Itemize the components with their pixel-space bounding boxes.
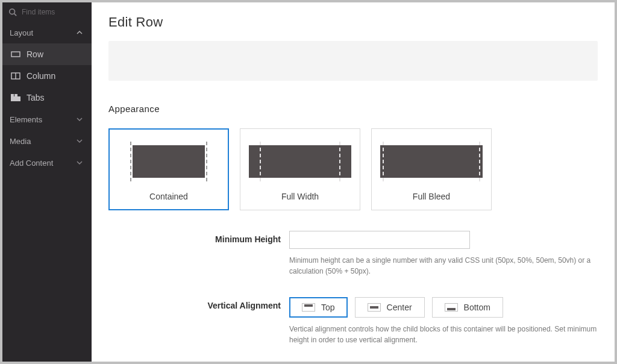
valign-top-button[interactable]: Top	[289, 297, 348, 318]
appearance-preview	[380, 140, 483, 183]
appearance-preview	[249, 140, 351, 183]
min-height-help: Minimum height can be a single number wi…	[289, 255, 598, 277]
svg-point-0	[10, 9, 15, 14]
valign-option-label: Bottom	[464, 303, 490, 312]
valign-option-label: Center	[387, 303, 412, 312]
appearance-card-label: Full Bleed	[413, 192, 450, 201]
align-top-icon	[302, 303, 315, 312]
main-panel: Edit Row Appearance Contained	[92, 2, 615, 362]
appearance-preview	[117, 140, 220, 183]
sidebar-group-label: Elements	[10, 115, 42, 124]
align-center-icon	[368, 303, 381, 312]
sidebar-item-row[interactable]: Row	[2, 43, 92, 65]
svg-rect-2	[11, 52, 20, 57]
valign-help: Vertical alignment controls how the chil…	[289, 324, 598, 345]
valign-option-label: Top	[321, 303, 335, 312]
svg-line-1	[14, 14, 17, 16]
sidebar-group-layout[interactable]: Layout	[2, 22, 92, 43]
section-title-appearance: Appearance	[108, 104, 598, 114]
valign-bottom-button[interactable]: Bottom	[432, 297, 503, 318]
sidebar-group-add-content[interactable]: Add Content	[2, 152, 92, 174]
appearance-card-label: Contained	[149, 192, 188, 201]
sidebar-item-label: Row	[27, 49, 43, 59]
valign-center-button[interactable]: Center	[355, 297, 425, 318]
appearance-card-contained[interactable]: Contained	[108, 128, 229, 210]
chevron-up-icon	[75, 28, 84, 37]
appearance-card-full-bleed[interactable]: Full Bleed	[371, 128, 492, 210]
sidebar-search[interactable]	[2, 2, 92, 22]
field-minimum-height: Minimum Height Minimum height can be a s…	[108, 231, 598, 277]
page-title: Edit Row	[108, 14, 598, 30]
header-band	[108, 41, 598, 81]
valign-options: Top Center Bottom	[289, 297, 598, 318]
chevron-down-icon	[75, 158, 84, 168]
sidebar-item-label: Column	[27, 71, 55, 81]
sidebar-group-media[interactable]: Media	[2, 130, 92, 152]
row-icon	[11, 49, 20, 59]
sidebar-group-label: Layout	[10, 28, 33, 37]
svg-rect-5	[11, 96, 20, 101]
sidebar-item-tabs[interactable]: Tabs	[2, 87, 92, 108]
sidebar-group-label: Add Content	[10, 158, 53, 168]
appearance-card-full-width[interactable]: Full Width	[240, 128, 360, 210]
min-height-input[interactable]	[289, 231, 470, 249]
valign-label: Vertical Alignment	[108, 297, 289, 310]
chevron-down-icon	[75, 115, 84, 124]
sidebar-item-label: Tabs	[27, 93, 45, 102]
field-vertical-alignment: Vertical Alignment Top Center	[108, 297, 598, 345]
svg-rect-6	[11, 94, 14, 96]
search-icon	[8, 7, 17, 17]
column-icon	[11, 71, 20, 81]
appearance-options: Contained Full Width	[108, 128, 598, 210]
sidebar-group-elements[interactable]: Elements	[2, 108, 92, 130]
sidebar-group-label: Media	[10, 137, 31, 146]
sidebar-item-column[interactable]: Column	[2, 65, 92, 87]
min-height-label: Minimum Height	[108, 231, 289, 244]
tabs-icon	[11, 93, 20, 102]
appearance-card-label: Full Width	[281, 192, 319, 201]
sidebar: Layout Row Column Tabs Elements	[2, 2, 92, 362]
svg-rect-7	[14, 94, 17, 96]
chevron-down-icon	[75, 136, 84, 146]
align-bottom-icon	[445, 303, 458, 312]
search-input[interactable]	[22, 8, 92, 16]
